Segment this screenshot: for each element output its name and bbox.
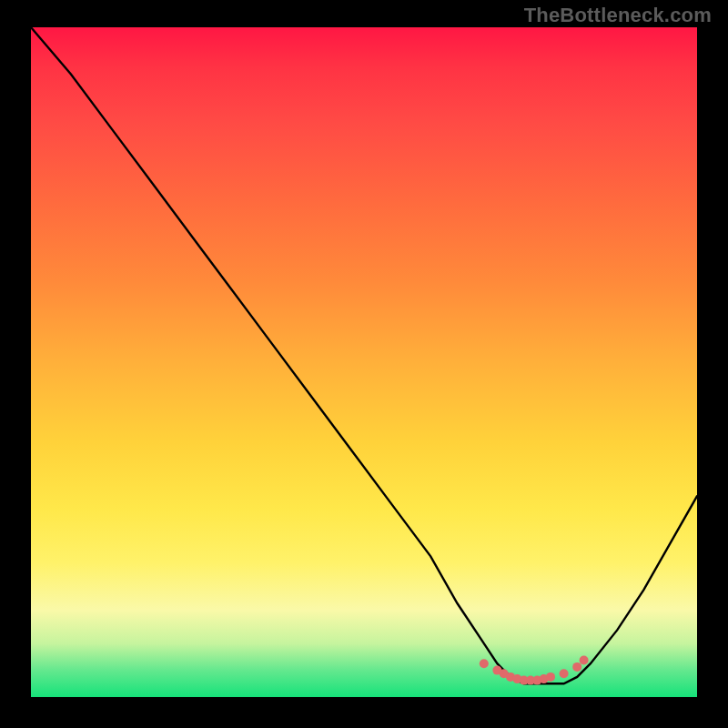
watermark-text: TheBottleneck.com: [524, 4, 712, 27]
optimal-marker: [560, 669, 569, 678]
bottleneck-curve-path: [31, 27, 697, 683]
plot-area: [31, 27, 697, 697]
chart-container: TheBottleneck.com: [0, 0, 728, 728]
optimal-marker: [580, 656, 589, 665]
curve-svg: [31, 27, 697, 697]
optimal-marker: [572, 662, 581, 672]
optimal-marker: [480, 659, 489, 668]
optimal-marker: [546, 672, 555, 682]
